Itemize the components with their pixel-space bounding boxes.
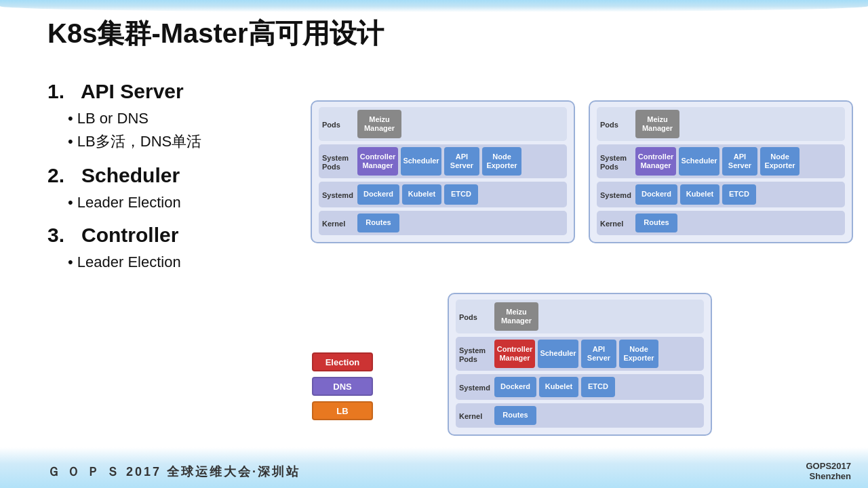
diag3-api-server: APIServer [581, 340, 616, 368]
diag2-pods-content: MeizuManager [635, 110, 842, 138]
diag1-pods-label: Pods [322, 118, 357, 129]
diag3-systemd-label: Systemd [459, 381, 494, 392]
diag2-scheduler: Scheduler [679, 147, 719, 176]
diag2-node-exporter: NodeExporter [760, 147, 800, 176]
diag1-api-server: APIServer [444, 147, 479, 176]
diag1-controller-manager: ControllerManager [357, 147, 398, 176]
diag1-systempods-row: SystemPods ControllerManager Scheduler A… [319, 144, 567, 178]
diag1-kernel-label: Kernel [322, 217, 357, 228]
diag2-kernel-row: Kernel Routes [597, 211, 845, 235]
diag1-kernel-row: Kernel Routes [319, 211, 567, 235]
diag3-scheduler: Scheduler [538, 340, 578, 368]
diag3-systempods-label: SystemPods [459, 344, 494, 364]
diag1-pods-content: MeizuManager [357, 110, 564, 138]
diagram-2: Pods MeizuManager SystemPods ControllerM… [589, 100, 853, 243]
footer-brand-line1: GOPS2017 [806, 461, 852, 471]
diag1-systemd-label: Systemd [322, 188, 357, 200]
brush-top-decoration [0, 0, 868, 12]
page-title: K8s集群-Master高可用设计 [47, 15, 384, 52]
legend: Election DNS LB [312, 352, 373, 420]
diag3-etcd: ETCD [581, 377, 615, 397]
diag2-api-server: APIServer [722, 147, 757, 176]
list-item-3-header: 3. Controller [47, 224, 339, 247]
diag2-systempods-row: SystemPods ControllerManager Scheduler A… [597, 144, 845, 178]
diag3-dockerd: Dockerd [494, 377, 536, 397]
diag2-kernel-content: Routes [635, 214, 842, 232]
diag1-systemd-row: Systemd Dockerd Kubelet ETCD [319, 182, 567, 207]
diag3-meizu-manager: MeizuManager [494, 302, 538, 331]
diag3-routes: Routes [494, 406, 536, 425]
footer-right: GOPS2017 Shenzhen [806, 461, 852, 481]
diag1-scheduler: Scheduler [401, 147, 441, 176]
bullet-scheduler-leader: Leader Election [68, 194, 339, 211]
diag2-systemd-content: Dockerd Kubelet ETCD [635, 184, 842, 205]
diagram-1: Pods MeizuManager SystemPods ControllerM… [311, 100, 575, 243]
diag2-controller-manager: ControllerManager [635, 147, 676, 176]
bullet-lb-dns: LB or DNS [68, 110, 339, 127]
diag1-kubelet: Kubelet [402, 184, 441, 205]
diag1-systempods-content: ControllerManager Scheduler APIServer No… [357, 147, 564, 176]
diag2-pods-row: Pods MeizuManager [597, 107, 845, 141]
diag3-node-exporter: NodeExporter [619, 340, 658, 368]
diag2-dockerd: Dockerd [635, 184, 677, 205]
diag3-controller-manager: ControllerManager [494, 340, 535, 368]
diag2-routes: Routes [635, 214, 677, 232]
diag3-systemd-content: Dockerd Kubelet ETCD [494, 377, 701, 397]
diag2-kubelet: Kubelet [680, 184, 719, 205]
diag3-pods-row: Pods MeizuManager [456, 300, 704, 333]
diag3-kubelet: Kubelet [539, 377, 578, 397]
diag3-systempods-row: SystemPods ControllerManager Scheduler A… [456, 337, 704, 371]
diag2-meizu-manager: MeizuManager [635, 110, 679, 138]
diag2-systempods-label: SystemPods [600, 151, 635, 171]
diag1-etcd: ETCD [444, 184, 478, 205]
diag3-kernel-row: Kernel Routes [456, 403, 704, 428]
diag1-dockerd: Dockerd [357, 184, 399, 205]
diag3-systemd-row: Systemd Dockerd Kubelet ETCD [456, 374, 704, 400]
diag1-node-exporter: NodeExporter [482, 147, 521, 176]
diag3-kernel-content: Routes [494, 406, 701, 425]
legend-lb: LB [312, 401, 373, 420]
diag1-pods-row: Pods MeizuManager [319, 107, 567, 141]
legend-dns: DNS [312, 377, 373, 396]
diag1-kernel-content: Routes [357, 214, 564, 232]
diag1-meizu-manager: MeizuManager [357, 110, 401, 138]
diag2-etcd: ETCD [722, 184, 756, 205]
list-item-1-header: 1. API Server [47, 80, 339, 103]
left-content: 1. API Server LB or DNS LB多活，DNS单活 2. Sc… [47, 68, 339, 275]
diag2-systemd-row: Systemd Dockerd Kubelet ETCD [597, 182, 845, 207]
diag1-routes: Routes [357, 214, 399, 232]
diagram-3: Pods MeizuManager SystemPods ControllerM… [448, 293, 712, 436]
footer-left: Ｇ Ｏ Ｐ Ｓ 2017 全球运维大会·深圳站 [47, 464, 300, 480]
diag3-kernel-label: Kernel [459, 409, 494, 421]
diag2-systemd-label: Systemd [600, 188, 635, 200]
list-item-2-header: 2. Scheduler [47, 164, 339, 187]
diag3-pods-content: MeizuManager [494, 302, 701, 331]
diag3-pods-label: Pods [459, 310, 494, 322]
bullet-lb-dns-multi: LB多活，DNS单活 [68, 131, 339, 152]
bullet-controller-leader: Leader Election [68, 253, 339, 271]
diag1-systempods-label: SystemPods [322, 151, 357, 171]
footer-brand-line2: Shenzhen [806, 471, 852, 481]
diag1-systemd-content: Dockerd Kubelet ETCD [357, 184, 564, 205]
diag3-systempods-content: ControllerManager Scheduler APIServer No… [494, 340, 701, 368]
diag2-kernel-label: Kernel [600, 217, 635, 228]
diag2-systempods-content: ControllerManager Scheduler APIServer No… [635, 147, 842, 176]
legend-election: Election [312, 352, 373, 371]
diag2-pods-label: Pods [600, 118, 635, 129]
